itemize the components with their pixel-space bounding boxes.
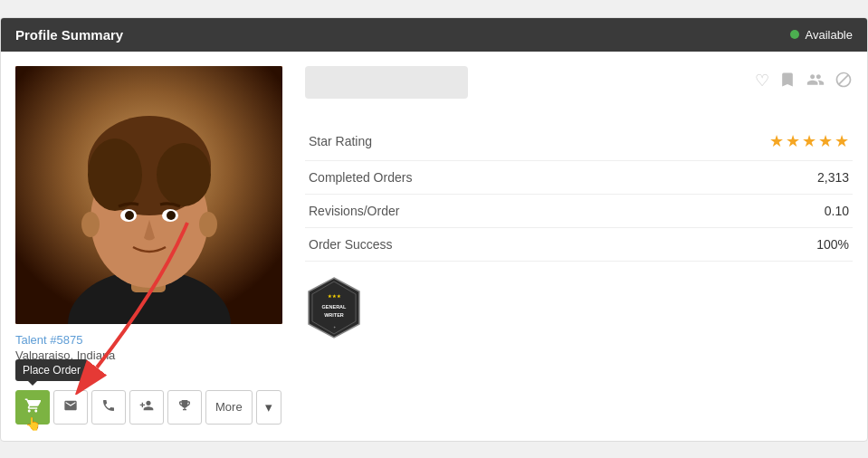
more-button[interactable]: More [205,390,253,425]
svg-point-11 [81,212,100,237]
stat-value-success: 100% [612,227,853,261]
award-icon [177,398,192,415]
message-icon [63,398,78,415]
svg-point-10 [167,211,176,220]
action-icons-row: ♡ [755,71,853,93]
card-header: Profile Summary Available [1,18,867,52]
star-1: ★ [769,131,784,151]
card-title: Profile Summary [15,27,123,43]
talent-education: Doctorate [15,364,287,377]
stat-label-stars: Star Rating [305,122,612,161]
stat-row-success: Order Success 100% [305,227,853,261]
stat-row-revisions: Revisions/Order 0.10 [305,194,853,227]
talent-id: Talent #5875 [15,333,287,347]
card-body: Talent #5875 Valparaiso, Indiana Doctora… [1,52,867,441]
svg-point-9 [125,211,134,220]
award-button[interactable] [167,390,202,425]
profile-name-blurred [305,66,468,99]
star-2: ★ [786,131,800,151]
badge-area: ★ ★ ★ GENERAL WRITER ✦ [305,276,853,339]
stat-value-revisions: 0.10 [612,194,853,227]
stat-value-stars: ★ ★ ★ ★ ★ [612,122,853,161]
message-button[interactable] [53,390,88,425]
star-5: ★ [835,131,849,151]
assign-icon [139,398,154,415]
left-panel: Talent #5875 Valparaiso, Indiana Doctora… [15,66,287,426]
profile-photo [15,66,282,324]
general-writer-badge: ★ ★ ★ GENERAL WRITER ✦ [305,276,363,339]
chevron-down-icon: ▾ [265,399,272,415]
stat-label-revisions: Revisions/Order [305,194,612,227]
place-order-button[interactable]: 👆 [15,390,50,425]
profile-card: Profile Summary Available [0,17,868,442]
phone-icon [101,398,116,415]
svg-point-5 [88,138,142,211]
call-button[interactable] [91,390,126,425]
dropdown-button[interactable]: ▾ [256,390,281,425]
action-bar: Place Order 👆 [15,390,287,425]
star-3: ★ [802,131,816,151]
stat-row-orders: Completed Orders 2,313 [305,160,853,194]
cursor-icon: 👆 [25,416,41,431]
talent-location: Valparaiso, Indiana [15,348,287,362]
svg-text:WRITER: WRITER [324,312,344,318]
available-label: Available [805,28,853,42]
assign-button[interactable] [129,390,164,425]
stat-label-orders: Completed Orders [305,160,612,194]
available-badge: Available [790,28,853,42]
stats-table: Star Rating ★ ★ ★ ★ ★ Complete [305,122,853,262]
svg-point-12 [199,212,217,237]
photo-svg [15,66,282,324]
talent-info: Talent #5875 Valparaiso, Indiana Doctora… [15,333,287,377]
block-icon[interactable] [835,71,853,93]
favorite-icon[interactable]: ♡ [755,71,769,93]
bookmark-icon[interactable] [778,71,796,93]
svg-text:★ ★ ★: ★ ★ ★ [328,293,342,299]
stat-value-orders: 2,313 [612,160,853,194]
group-icon[interactable] [806,71,825,93]
stat-row-stars: Star Rating ★ ★ ★ ★ ★ [305,122,853,161]
svg-text:GENERAL: GENERAL [322,304,348,310]
cart-icon [24,397,41,416]
available-dot [790,30,799,39]
star-rating: ★ ★ ★ ★ ★ [615,131,849,151]
right-panel: ♡ [305,66,853,426]
stat-label-success: Order Success [305,227,612,261]
svg-point-6 [157,143,211,206]
star-4: ★ [818,131,833,151]
